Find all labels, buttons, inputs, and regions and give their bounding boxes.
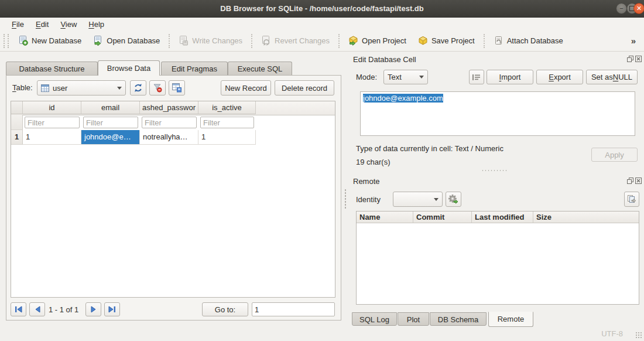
refresh-icon [133,83,143,93]
mode-select[interactable]: Text [383,70,428,84]
cell-email-selected[interactable]: johndoe@e… [81,130,140,145]
table-label: Table: [12,83,33,92]
import-button[interactable]: Import [487,70,533,84]
attach-database-label: Attach Database [507,36,563,45]
clear-filters-button[interactable] [149,80,166,96]
identity-select[interactable] [393,192,443,207]
gear-arrow-icon [448,195,458,204]
mode-label: Mode: [356,73,377,81]
cell-editor[interactable]: johndoe@example.com [360,91,635,136]
remote-column-size[interactable]: Size [533,212,639,223]
filter-input-email[interactable] [83,117,138,128]
cell-id[interactable]: 1 [23,130,81,145]
first-page-button[interactable] [11,302,26,316]
cell-char-count: 19 char(s) [356,158,390,166]
table-select[interactable]: user [37,80,126,96]
identity-settings-button[interactable] [446,192,461,207]
close-icon: ✕ [636,5,642,12]
cell-hashed-password[interactable]: notreallyha… [140,130,198,145]
edit-cell-dock-controls [627,56,642,62]
tab-edit-pragmas[interactable]: Edit Pragmas [161,62,228,75]
new-database-button[interactable]: New Database [12,33,87,49]
filter-input-is-active[interactable] [200,117,254,128]
set-as-null-button[interactable]: Set as NULL [586,70,638,84]
dock-tab-sql-log[interactable]: SQL Log [352,312,397,326]
results-grid[interactable]: id email ashed_passwor is_active 1 1 joh… [11,101,335,298]
toolbar-overflow-button[interactable]: » [631,36,642,46]
edit-cell-dock-title: Edit Database Cell [353,55,416,64]
save-results-button[interactable] [169,80,185,96]
filter-input-hashed-password[interactable] [142,117,197,128]
dock-tab-plot[interactable]: Plot [398,312,429,326]
menu-view[interactable]: View [56,19,81,30]
open-database-button[interactable]: Open Database [87,33,166,49]
revert-changes-label: Revert Changes [275,36,330,45]
float-dock-icon[interactable] [627,56,633,62]
tab-database-structure[interactable]: Database Structure [6,62,98,75]
remote-column-last-modified[interactable]: Last modified [472,212,533,223]
resize-grip[interactable] [635,332,642,339]
filter-input-id[interactable] [25,117,80,128]
menu-edit[interactable]: Edit [31,19,53,30]
next-page-button[interactable] [85,302,101,316]
push-document-icon [627,195,636,204]
open-database-label: Open Database [107,36,160,45]
minimize-button[interactable]: − [616,3,627,14]
last-page-button[interactable] [104,302,120,316]
revert-changes-icon [261,36,271,46]
clone-database-button[interactable] [624,192,639,207]
dock-tab-db-schema[interactable]: DB Schema [430,312,487,326]
remote-column-commit[interactable]: Commit [413,212,472,223]
dock-splitter-handle[interactable] [481,169,508,172]
row-header-1[interactable]: 1 [11,130,23,145]
chevron-down-icon [117,87,122,90]
menu-help[interactable]: Help [84,19,109,30]
new-database-icon [18,36,28,46]
menu-file[interactable]: File [7,19,29,30]
column-header-hashed-password[interactable]: ashed_passwor [140,101,198,114]
export-button[interactable]: Export [536,70,583,84]
goto-input[interactable] [252,302,335,316]
float-dock-icon[interactable] [627,178,633,184]
column-header-is-active[interactable]: is_active [198,101,256,114]
column-header-email[interactable]: email [81,101,140,114]
remote-column-name[interactable]: Name [357,212,413,223]
goto-button[interactable]: Go to: [202,302,248,316]
word-wrap-button[interactable] [469,70,484,84]
remote-dock-title: Remote [353,177,380,186]
column-header-id[interactable]: id [23,101,81,114]
close-dock-icon[interactable] [635,56,642,62]
record-range-label: 1 - 1 of 1 [49,305,78,314]
delete-record-button[interactable]: Delete record [275,80,334,96]
save-project-button[interactable]: Save Project [412,33,481,49]
open-database-icon [93,36,103,46]
toolbar-separator [484,34,485,48]
clear-filter-icon [153,83,162,93]
table-icon [41,84,49,92]
close-button[interactable]: ✕ [633,3,644,14]
tab-execute-sql[interactable]: Execute SQL [228,62,292,75]
refresh-button[interactable] [130,80,146,96]
revert-changes-button: Revert Changes [255,33,335,49]
dock-tab-remote[interactable]: Remote [488,312,533,327]
write-changes-icon [179,36,189,46]
cell-is-active[interactable]: 1 [198,130,256,145]
remote-file-table[interactable]: Name Commit Last modified Size [356,211,639,305]
next-page-icon [91,306,97,313]
mode-select-value: Text [388,73,402,81]
new-record-button[interactable]: New Record [221,80,271,96]
attach-database-button[interactable]: Attach Database [488,33,569,49]
previous-page-button[interactable] [29,302,45,316]
close-dock-icon[interactable] [635,178,642,184]
filter-row-header [11,115,23,130]
toolbar-separator [251,34,252,48]
panel-splitter-handle[interactable] [344,189,347,209]
open-project-button[interactable]: Open Project [342,33,412,49]
attach-database-icon [494,36,503,46]
toolbar-drag-handle[interactable] [4,34,9,48]
identity-label: Identity [356,195,381,204]
previous-page-icon [35,306,40,313]
tab-browse-data[interactable]: Browse Data [98,60,160,76]
minimize-icon: − [619,5,623,12]
apply-button: Apply [591,148,638,162]
